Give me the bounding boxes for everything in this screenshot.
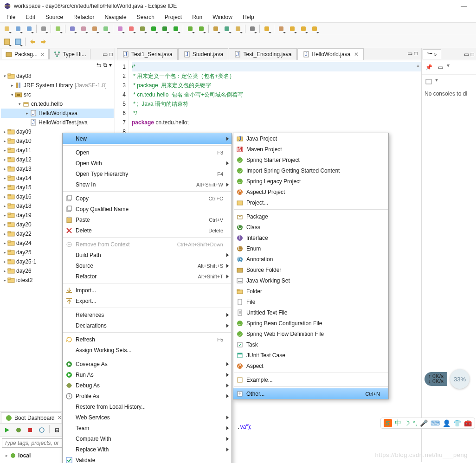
menu-item-refactor[interactable]: RefactorAlt+Shift+T [63, 271, 232, 282]
twistie-icon[interactable]: ▸ [9, 83, 15, 88]
menu-item-declarations[interactable]: Declarations [63, 320, 232, 331]
menu-search[interactable]: Search [132, 13, 159, 21]
menu-item-untitled-text-file[interactable]: Untitled Text File [233, 307, 388, 318]
toolbar-box2-button[interactable] [101, 24, 111, 34]
twistie-icon[interactable]: ▾ [9, 92, 15, 97]
twistie-icon[interactable]: ▸ [2, 250, 7, 255]
editor-tab-test-encoding-java[interactable]: JTest_Encoding.java [229, 48, 296, 60]
collapse-all-button[interactable]: ⊟ [52, 425, 62, 435]
toolbar-ext-button[interactable] [126, 24, 136, 34]
twistie-icon[interactable]: ▸ [2, 241, 7, 245]
menu-help[interactable]: Help [238, 13, 259, 21]
menu-item-team[interactable]: Team [63, 423, 232, 433]
sogou-icon[interactable]: S [384, 419, 392, 427]
twistie-icon[interactable]: ▸ [2, 157, 7, 162]
menu-project[interactable]: Project [160, 13, 187, 21]
ime-lang[interactable]: 中 [395, 419, 401, 427]
menu-file[interactable]: File [2, 13, 20, 21]
editor-tab-helloworld-java[interactable]: JHelloWorld.java✕ [297, 48, 364, 60]
toolbar-button[interactable] [2, 37, 12, 47]
menu-run[interactable]: Run [187, 13, 207, 21]
menu-item-package[interactable]: Package [233, 211, 388, 222]
menu-item-source[interactable]: SourceAlt+Shift+S [63, 260, 232, 271]
toolbar-new-button[interactable] [2, 24, 12, 34]
twistie-icon[interactable]: ▸ [2, 232, 7, 236]
pin-console-button[interactable]: 📌 [424, 62, 434, 72]
menu-item-import-[interactable]: Import... [63, 285, 232, 296]
menu-item-source-folder[interactable]: Source Folder [233, 264, 388, 275]
menu-navigate[interactable]: Navigate [100, 13, 131, 21]
toolbar-switch-button[interactable] [39, 24, 49, 34]
menu-item-folder[interactable]: Folder [233, 286, 388, 296]
toolbar-button[interactable] [27, 37, 38, 47]
tree-item-jre-system-library[interactable]: ▸JRE System Library[JavaSE-1.8] [1, 81, 114, 90]
ime-bar[interactable]: S 中 ☽ °, 🎤 ⌨ 👤 👕 🧰 [380, 418, 476, 429]
twistie-icon[interactable]: ▸ [2, 194, 7, 199]
open-console-button[interactable] [424, 77, 434, 87]
menu-item-copy-qualified-name[interactable]: Copy Qualified Name [63, 204, 232, 214]
menu-item-web-services[interactable]: Web Services [63, 412, 232, 423]
editor-tab-test1-seria-java[interactable]: JTest1_Seria.java [117, 48, 178, 60]
twistie-icon[interactable]: ▾ [2, 74, 7, 78]
open-browser-button[interactable] [37, 425, 47, 435]
menu-item-maven-project[interactable]: MMaven Project [233, 144, 388, 154]
toolbar-sync-button[interactable] [67, 24, 77, 34]
twistie-icon[interactable]: ▸ [2, 204, 7, 208]
menu-item-refresh[interactable]: RefreshF5 [63, 334, 232, 345]
link-editor-icon[interactable]: ⧉ [103, 62, 107, 68]
dropdown-icon[interactable]: ▾ [435, 77, 438, 87]
twistie-icon[interactable]: ▸ [2, 148, 7, 153]
twistie-icon[interactable]: ▸ [2, 129, 7, 134]
max-icon[interactable]: □ [471, 51, 474, 58]
toolbar-coverage2-button[interactable] [160, 24, 170, 34]
menu-item-compare-with[interactable]: Compare With [63, 433, 232, 444]
toolbar-search-button[interactable] [247, 24, 257, 34]
toolbar-debug2-button[interactable] [137, 24, 148, 34]
twistie-icon[interactable]: ▾ [17, 102, 22, 106]
menu-window[interactable]: Window [208, 13, 237, 21]
twistie-icon[interactable]: ▸ [24, 111, 30, 116]
symbol-icon[interactable]: °, [413, 419, 418, 427]
menu-item-spring-legacy-project[interactable]: Spring Legacy Project [233, 176, 388, 186]
menu-item-java-project[interactable]: JJava Project [233, 133, 388, 144]
menu-item-file[interactable]: File [233, 296, 388, 307]
tree-item-helloworld-java[interactable]: ▸JHelloWorld.java [1, 109, 114, 118]
twistie-icon[interactable]: ▸ [2, 269, 7, 273]
menu-item-enum[interactable]: EEnum [233, 243, 388, 254]
menu-item-run-as[interactable]: Run As [63, 369, 232, 380]
tree-item-day08[interactable]: ▾day08 [1, 71, 114, 81]
menu-item-validate[interactable]: Validate [63, 455, 232, 463]
toolbar-navback-button[interactable] [287, 24, 297, 34]
toolbar-hammer-button[interactable] [53, 24, 63, 34]
twistie-icon[interactable]: ▸ [2, 213, 7, 218]
display-selected-button[interactable]: ▭ [435, 62, 445, 72]
menu-item-coverage-as[interactable]: Coverage As [63, 359, 232, 369]
menu-refactor[interactable]: Refactor [69, 13, 99, 21]
menu-item-delete[interactable]: DeleteDelete [63, 225, 232, 236]
editor-tab-student-java[interactable]: JStudent.java [178, 48, 229, 60]
twistie-icon[interactable]: ▸ [2, 185, 7, 190]
menu-item-open-type-hierarchy[interactable]: Open Type HierarchyF4 [63, 168, 232, 179]
tree-item-src[interactable]: ▾src [1, 90, 114, 99]
close-icon[interactable]: ✕ [354, 51, 359, 58]
twistie-icon[interactable]: ▸ [2, 167, 7, 171]
tree-item-cn-tedu-hello[interactable]: ▾cn.tedu.hello [1, 99, 114, 109]
keyboard-icon[interactable]: ⌨ [431, 419, 440, 427]
tree-item-helloworldtest-java[interactable]: JHelloWorldTest.java [1, 118, 114, 127]
min-icon[interactable]: ▭ [464, 51, 469, 58]
menu-item-junit-test-case[interactable]: JUnit Test Case [233, 350, 388, 360]
toolbar-spring2-button[interactable] [196, 24, 206, 34]
toolbox-icon[interactable]: 🧰 [464, 419, 472, 427]
menu-item-paste[interactable]: PasteCtrl+V [63, 214, 232, 225]
menu-item-references[interactable]: References [63, 309, 232, 320]
menu-item-show-in[interactable]: Show InAlt+Shift+W [63, 179, 232, 190]
minimize-editor-icon[interactable]: ▭ [407, 50, 412, 57]
menu-item-spring-starter-project[interactable]: Spring Starter Project [233, 154, 388, 165]
toolbar-tasks-button[interactable] [262, 24, 272, 34]
toolbar-newfolder-button[interactable] [233, 24, 243, 34]
close-icon[interactable]: ✕ [58, 415, 61, 421]
menu-item-aspectj-project[interactable]: AAspectJ Project [233, 186, 388, 197]
scroll-up-icon[interactable]: ▴ [417, 62, 419, 69]
menu-item-spring-web-flow-definition-file[interactable]: Spring Web Flow Definition File [233, 328, 388, 339]
debug-button[interactable] [13, 425, 24, 435]
